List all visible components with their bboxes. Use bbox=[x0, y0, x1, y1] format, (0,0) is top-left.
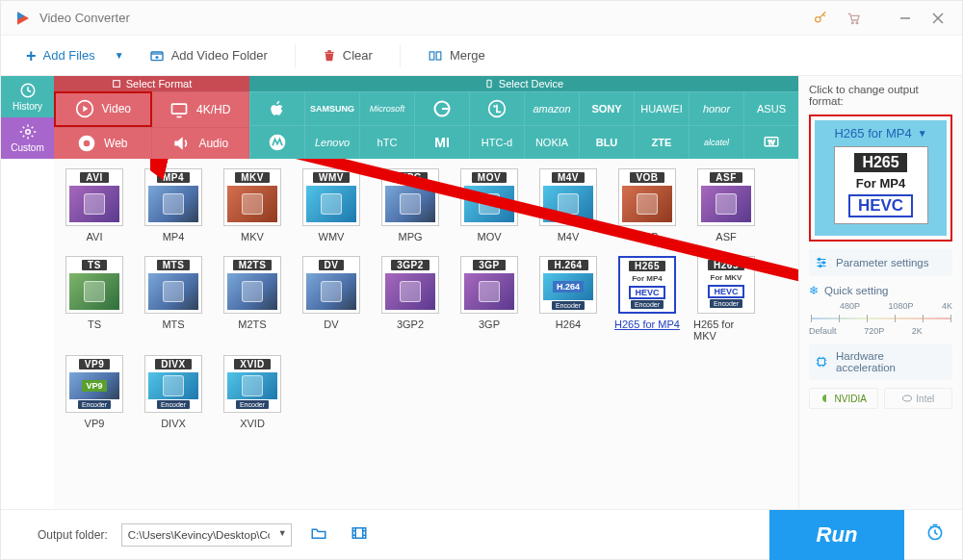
svg-rect-10 bbox=[327, 50, 331, 52]
svg-point-4 bbox=[856, 21, 858, 23]
format-mpg[interactable]: MPGMPG bbox=[377, 168, 443, 242]
brand-moto[interactable] bbox=[249, 125, 304, 159]
sliders-icon bbox=[815, 256, 828, 269]
minimize-button[interactable] bbox=[889, 1, 922, 36]
brand-lenovo[interactable]: Lenovo bbox=[304, 125, 359, 159]
brand-amazon[interactable]: amazon bbox=[524, 91, 579, 125]
format-mkv[interactable]: MKVMKV bbox=[220, 168, 285, 242]
add-folder-button[interactable]: Add Video Folder bbox=[140, 44, 277, 67]
film-icon-button[interactable] bbox=[346, 521, 373, 549]
format-vp9[interactable]: VP9VP9EncoderVP9 bbox=[62, 355, 127, 429]
format-mts[interactable]: MTSMTS bbox=[141, 256, 206, 342]
brand-tv[interactable]: TV bbox=[743, 125, 798, 159]
svg-rect-18 bbox=[172, 104, 187, 114]
add-files-button[interactable]: + Add Files bbox=[16, 44, 105, 66]
history-label: History bbox=[13, 101, 42, 112]
format-3gp2[interactable]: 3GP23GP2 bbox=[377, 256, 443, 342]
brand-honor[interactable]: honor bbox=[689, 91, 743, 125]
format-mp4[interactable]: MP4MP4 bbox=[141, 168, 206, 242]
parameter-settings-button[interactable]: Parameter settings bbox=[809, 249, 952, 276]
format-label: H265 for MKV bbox=[693, 318, 759, 342]
format-m2ts[interactable]: M2TSM2TS bbox=[220, 256, 285, 342]
brand-htc[interactable]: hTC bbox=[359, 125, 414, 159]
path-dropdown-icon[interactable]: ▼ bbox=[278, 528, 287, 538]
slider-labels-top: . 480P1080P4K bbox=[809, 301, 952, 311]
brand-g[interactable] bbox=[414, 91, 469, 125]
format-ts[interactable]: TSTS bbox=[62, 256, 127, 342]
gpu-row: NVIDIA Intel bbox=[809, 388, 952, 409]
category-video-label: Video bbox=[102, 102, 131, 115]
monitor-icon bbox=[169, 100, 189, 119]
brand-htc-d[interactable]: HTC-d bbox=[469, 125, 524, 159]
format-grid: AVIAVIMP4MP4MKVMKVWMVWMVMPGMPGMOVMOVM4VM… bbox=[54, 159, 798, 509]
merge-icon bbox=[428, 49, 443, 63]
format-m4v[interactable]: M4VM4V bbox=[535, 168, 601, 242]
svg-point-14 bbox=[25, 130, 30, 135]
svg-rect-21 bbox=[487, 80, 491, 88]
folder-plus-icon bbox=[149, 48, 165, 64]
format-vob[interactable]: VOBVOB bbox=[614, 168, 680, 242]
format-wmv[interactable]: WMVWMV bbox=[299, 168, 364, 242]
format-xvid[interactable]: XVIDEncoderXVID bbox=[220, 355, 285, 429]
brand-microsoft[interactable]: Microsoft bbox=[359, 91, 414, 125]
footer: Output folder: ▼ Run bbox=[1, 509, 962, 559]
output-folder-input[interactable] bbox=[121, 523, 292, 547]
titlebar: Video Converter bbox=[1, 1, 962, 36]
format-label: VP9 bbox=[85, 418, 105, 429]
format-mov[interactable]: MOVMOV bbox=[456, 168, 522, 242]
format-divx[interactable]: DIVXEncoderDIVX bbox=[141, 355, 206, 429]
format-asf[interactable]: ASFASF bbox=[693, 168, 759, 242]
format-3gp[interactable]: 3GP3GP bbox=[456, 256, 522, 342]
hardware-accel-button[interactable]: Hardware acceleration bbox=[809, 344, 952, 380]
hardware-accel-label: Hardware acceleration bbox=[836, 350, 947, 373]
output-format-preview[interactable]: H265 for MP4▼ H265 For MP4 HEVC bbox=[809, 115, 952, 242]
format-label: DV bbox=[324, 318, 338, 330]
merge-button[interactable]: Merge bbox=[418, 44, 495, 66]
add-files-dropdown-icon[interactable]: ▼ bbox=[115, 50, 124, 61]
right-panel: Click to change output format: H265 for … bbox=[798, 76, 962, 509]
key-icon[interactable] bbox=[804, 1, 837, 36]
device-icon bbox=[484, 79, 494, 89]
app-title: Video Converter bbox=[39, 11, 804, 25]
brand-apple[interactable] bbox=[249, 91, 304, 125]
open-folder-button[interactable] bbox=[305, 521, 332, 549]
brand-alcatel[interactable]: alcatel bbox=[689, 125, 743, 159]
format-h264[interactable]: H.264H.264EncoderH264 bbox=[535, 256, 601, 342]
category-video[interactable]: Video bbox=[54, 91, 152, 127]
brand-zte[interactable]: ZTE bbox=[634, 125, 689, 159]
brand-mi[interactable]: MI bbox=[414, 125, 469, 159]
category-web[interactable]: Web bbox=[54, 127, 152, 160]
quality-slider[interactable] bbox=[811, 318, 950, 319]
clear-label: Clear bbox=[343, 48, 373, 63]
brand-nokia[interactable]: NOKIA bbox=[524, 125, 579, 159]
custom-tab[interactable]: Custom bbox=[1, 117, 54, 159]
main-area: History Custom Select Format Video bbox=[1, 76, 962, 509]
brand-samsung[interactable]: SAMSUNG bbox=[304, 91, 359, 125]
brand-asus[interactable]: ASUS bbox=[743, 91, 798, 125]
chip-icon bbox=[815, 355, 828, 369]
run-button[interactable]: Run bbox=[769, 510, 904, 560]
brand-huawei[interactable]: HUAWEI bbox=[634, 91, 689, 125]
svg-text:TV: TV bbox=[768, 140, 775, 145]
format-dv[interactable]: DVDV bbox=[299, 256, 364, 342]
category-audio[interactable]: Audio bbox=[152, 127, 250, 160]
scheduler-button[interactable] bbox=[918, 522, 952, 547]
brand-lg[interactable] bbox=[469, 91, 524, 125]
clear-button[interactable]: Clear bbox=[313, 44, 382, 67]
close-button[interactable] bbox=[922, 1, 954, 36]
history-tab[interactable]: History bbox=[1, 76, 54, 117]
select-format-label: Select Format bbox=[126, 78, 192, 89]
format-h265-for-mp4[interactable]: H265For MP4HEVCEncoderH265 for MP4 bbox=[614, 256, 680, 342]
nvidia-icon bbox=[820, 393, 832, 404]
gpu-intel[interactable]: Intel bbox=[884, 388, 953, 409]
format-label: XVID bbox=[240, 418, 265, 429]
format-avi[interactable]: AVIAVI bbox=[62, 168, 127, 242]
format-h265-for-mkv[interactable]: H265For MKVHEVCEncoderH265 for MKV bbox=[693, 256, 759, 342]
gpu-nvidia[interactable]: NVIDIA bbox=[809, 388, 878, 409]
cart-icon[interactable] bbox=[837, 1, 870, 36]
category-4khd[interactable]: 4K/HD bbox=[152, 91, 250, 127]
brand-blu[interactable]: BLU bbox=[579, 125, 634, 159]
category-audio-label: Audio bbox=[198, 137, 228, 150]
brand-sony[interactable]: SONY bbox=[579, 91, 634, 125]
output-format-card: H265 For MP4 HEVC bbox=[834, 146, 928, 224]
